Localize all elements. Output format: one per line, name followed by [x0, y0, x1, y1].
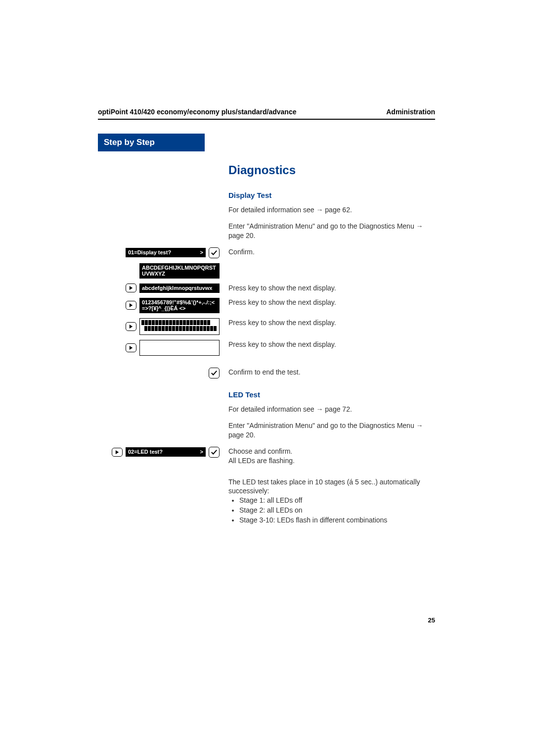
led-test-desc: The LED test takes place in 10 stages (á… [228, 477, 435, 496]
display-box: ABCDEFGHIJKLMNOPQRSTUVWXYZ [139, 263, 220, 279]
step-text: Confirm to end the test. [220, 368, 435, 377]
arrow-icon: → [416, 222, 423, 230]
display-test-heading: Display Test [228, 191, 435, 199]
scroll-key-icon [126, 301, 136, 310]
page-header: optiPoint 410/420 economy/economy plus/s… [98, 108, 435, 120]
scroll-key-icon [126, 322, 136, 331]
display-box: 02=LED test? > [126, 447, 206, 457]
led-test-p1: For detailed information see → page 72. [228, 405, 435, 414]
step-text: Press key to show the next display. [220, 284, 435, 293]
led-stages-list: Stage 1: all LEDs off Stage 2: all LEDs … [228, 496, 435, 525]
header-right: Administration [386, 108, 435, 116]
display-box-empty [139, 340, 220, 356]
confirm-key-icon [209, 368, 220, 378]
header-left: optiPoint 410/420 economy/economy plus/s… [98, 108, 296, 116]
page-number: 25 [428, 616, 435, 624]
confirm-key-icon [209, 247, 220, 258]
scroll-key-icon [126, 284, 136, 292]
led-test-p2: Enter "Administration Menu" and go to th… [228, 421, 435, 440]
display-box: abcdefghijklmnopqrstuvwx [139, 284, 220, 293]
arrow-icon: → [416, 422, 423, 429]
display-test-p2: Enter "Administration Menu" and go to th… [228, 222, 435, 240]
arrow-icon: → [316, 405, 323, 413]
step-text: Press key to show the next display. [220, 340, 435, 349]
display-test-p1: For detailed information see → page 62. [228, 205, 435, 215]
list-item: Stage 1: all LEDs off [239, 496, 435, 506]
arrow-icon: → [316, 206, 323, 214]
list-item: Stage 2: all LEDs on [239, 506, 435, 516]
scroll-key-icon [112, 448, 123, 457]
step-text: All LEDs are flashing. [228, 456, 435, 466]
list-item: Stage 3-10: LEDs flash in different comb… [239, 516, 435, 525]
step-text: Press key to show the next display. [220, 318, 435, 328]
step-by-step-bar: Step by Step [98, 134, 205, 151]
step-text: Confirm. [220, 247, 435, 257]
step-text: Choose and confirm. [228, 447, 435, 456]
step-text: Press key to show the next display. [220, 298, 435, 307]
display-box: 01=Display test? > [126, 248, 206, 257]
display-box-blocks [139, 318, 220, 335]
display-box: 0123456789!"#$%&'()*+,-./:;<=>?[¥]^_{|}È… [139, 298, 220, 313]
led-test-heading: LED Test [228, 390, 435, 399]
confirm-key-icon [209, 447, 220, 458]
scroll-key-icon [126, 343, 136, 352]
section-title: Diagnostics [228, 163, 435, 177]
